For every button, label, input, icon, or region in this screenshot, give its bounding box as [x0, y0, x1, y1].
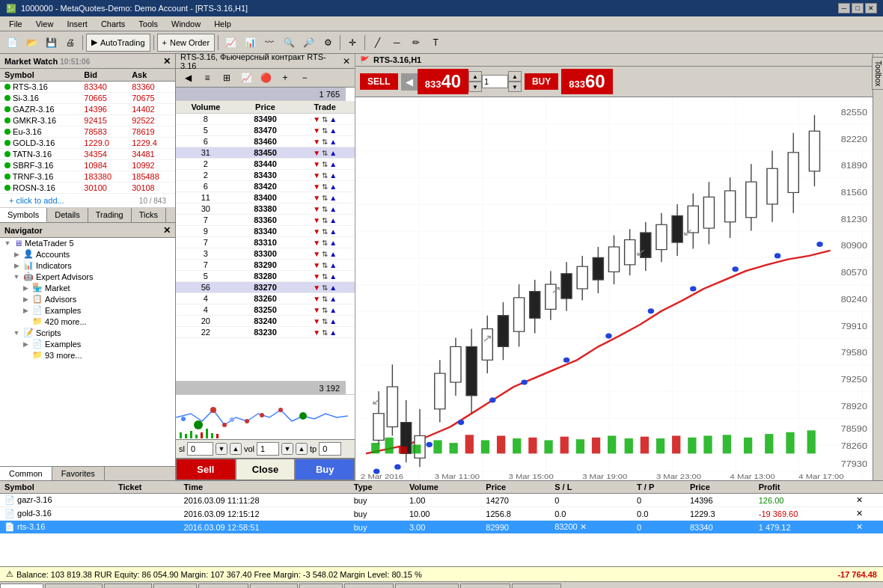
toolbar-crosshair[interactable]: ✛	[343, 34, 361, 52]
toolbar-zoom-in[interactable]: 🔍	[280, 34, 298, 52]
tree-examples-ea[interactable]: ▶ 📄 Examples	[0, 304, 175, 316]
menu-charts[interactable]: Charts	[95, 18, 131, 30]
window-controls[interactable]: ─ □ ✕	[838, 3, 877, 13]
dom-row[interactable]: 8 83490 ▼ ⇅ ▲	[176, 114, 355, 125]
dom-buy-arrow[interactable]: ▲	[329, 250, 337, 258]
menu-window[interactable]: Window	[165, 18, 207, 30]
market-watch-row[interactable]: RTS-3.16 83340 83360	[0, 82, 175, 93]
dom-sell-arrow[interactable]: ▼	[313, 194, 320, 202]
tree-indicators[interactable]: ▶ 📊 Indicators	[0, 260, 175, 271]
close-button[interactable]: ✕	[865, 3, 877, 13]
dom-row[interactable]: 9 83340 ▼ ⇅ ▲	[176, 226, 355, 237]
dom-sell-arrow[interactable]: ▼	[313, 171, 320, 180]
dom-sell-arrow[interactable]: ▼	[313, 149, 320, 157]
dom-row[interactable]: 56 83270 ▼ ⇅ ▲	[176, 282, 355, 293]
sell-button[interactable]: Sell	[176, 459, 236, 480]
close-button[interactable]: Close	[236, 459, 296, 480]
sell-lot-down-btn[interactable]: ▼	[508, 82, 522, 92]
dom-btn2[interactable]: ≡	[198, 70, 216, 85]
vol-input[interactable]	[257, 442, 279, 456]
dom-sell-arrow[interactable]: ▼	[313, 261, 320, 269]
autotrading-button[interactable]: ▶ AutoTrading	[86, 34, 150, 52]
toolbar-properties[interactable]: ⚙	[319, 34, 337, 52]
dom-sell-arrow[interactable]: ▼	[313, 306, 320, 314]
tree-accounts[interactable]: ▶ 👤 Accounts	[0, 248, 175, 260]
bottom-tab-alerts[interactable]: Alerts	[299, 584, 343, 588]
menu-insert[interactable]: Insert	[61, 18, 94, 30]
dom-btn5[interactable]: 🔴	[257, 70, 275, 85]
chart-buy-button[interactable]: BUY	[525, 73, 558, 90]
toolbar-line[interactable]: ╱	[368, 34, 386, 52]
dom-buy-arrow[interactable]: ▲	[329, 205, 337, 213]
dom-sell-arrow[interactable]: ▼	[313, 295, 320, 303]
dom-buy-arrow[interactable]: ▲	[329, 138, 337, 146]
market-watch-close[interactable]: ✕	[163, 56, 171, 67]
dom-buy-arrow[interactable]: ▲	[329, 183, 337, 191]
dom-sell-arrow[interactable]: ▼	[313, 205, 320, 213]
toolbox-tab[interactable]: Toolbox	[872, 57, 883, 90]
dom-row[interactable]: 6 83460 ▼ ⇅ ▲	[176, 136, 355, 147]
tab-symbols[interactable]: Symbols	[0, 208, 47, 222]
dom-row[interactable]: 7 83360 ▼ ⇅ ▲	[176, 215, 355, 226]
dom-buy-arrow[interactable]: ▲	[329, 194, 337, 202]
dom-buy-arrow[interactable]: ▲	[329, 171, 337, 180]
tab-details[interactable]: Details	[47, 208, 88, 222]
dom-buy-arrow[interactable]: ▲	[329, 227, 337, 236]
dom-sell-arrow[interactable]: ▼	[313, 317, 320, 325]
dom-row[interactable]: 5 83280 ▼ ⇅ ▲	[176, 271, 355, 282]
dom-buy-arrow[interactable]: ▲	[329, 272, 337, 281]
dom-row[interactable]: 7 83310 ▼ ⇅ ▲	[176, 237, 355, 248]
buy-button[interactable]: Buy	[295, 459, 355, 480]
dom-btn3[interactable]: ⊞	[218, 70, 236, 85]
dom-row[interactable]: 7 83290 ▼ ⇅ ▲	[176, 260, 355, 271]
toolbar-pen[interactable]: ✏	[407, 34, 425, 52]
market-watch-row[interactable]: ROSN-3.16 30100 30108	[0, 183, 175, 194]
dom-row[interactable]: 6 83420 ▼ ⇅ ▲	[176, 181, 355, 192]
tree-expert-advisors[interactable]: ▼ 🤖 Expert Advisors	[0, 271, 175, 282]
toolbar-chart2[interactable]: 📊	[241, 34, 259, 52]
dom-row[interactable]: 4 83250 ▼ ⇅ ▲	[176, 304, 355, 316]
dom-row[interactable]: 31 83450 ▼ ⇅ ▲	[176, 147, 355, 159]
market-watch-row[interactable]: GAZR-3.16 14396 14402	[0, 104, 175, 115]
dom-row[interactable]: 2 83430 ▼ ⇅ ▲	[176, 170, 355, 181]
bottom-tab-market[interactable]: Market	[250, 584, 298, 588]
dom-buy-arrow[interactable]: ▲	[329, 328, 337, 337]
dom-close[interactable]: ✕	[343, 56, 350, 67]
toolbar-zoom-out[interactable]: 🔎	[299, 34, 317, 52]
tp-input[interactable]	[319, 442, 341, 456]
positions-row[interactable]: 📄 gazr-3.16 2016.03.09 11:11:28 buy 1.00…	[0, 494, 883, 507]
sell-lot-up-btn[interactable]: ▲	[508, 71, 522, 82]
dom-btn4[interactable]: 📈	[237, 70, 255, 85]
market-watch-row[interactable]: SBRF-3.16 10984 10992	[0, 160, 175, 171]
market-watch-row[interactable]: Si-3.16 70665 70675	[0, 93, 175, 104]
sl-up-btn[interactable]: ▲	[230, 443, 242, 455]
dom-sell-arrow[interactable]: ▼	[313, 328, 320, 337]
tree-examples-scripts[interactable]: ▶ 📄 Examples	[0, 338, 175, 349]
dom-sell-arrow[interactable]: ▼	[313, 284, 320, 292]
dom-sell-arrow[interactable]: ▼	[313, 160, 320, 168]
dom-buy-arrow[interactable]: ▲	[329, 160, 337, 168]
bottom-tab-news[interactable]: News	[153, 584, 197, 588]
toolbar-text[interactable]: T	[427, 34, 444, 52]
tree-advisors[interactable]: ▶ 📋 Advisors	[0, 293, 175, 304]
dom-sell-arrow[interactable]: ▼	[313, 115, 320, 123]
menu-file[interactable]: File	[3, 18, 28, 30]
new-order-button[interactable]: + New Order	[157, 34, 216, 52]
toolbar-print[interactable]: 🖨	[61, 34, 79, 52]
market-watch-row[interactable]: TATN-3.16 34354 34481	[0, 149, 175, 160]
tab-trading[interactable]: Trading	[88, 208, 132, 222]
bottom-tab-codebase[interactable]: Code Base	[395, 584, 458, 588]
toolbar-new[interactable]: 📄	[3, 34, 21, 52]
dom-row[interactable]: 5 83470 ▼ ⇅ ▲	[176, 125, 355, 136]
sell-down-btn[interactable]: ◀	[401, 73, 418, 91]
nav-tab-common[interactable]: Common	[0, 467, 52, 480]
sl-down-btn[interactable]: ▼	[216, 443, 227, 455]
dom-row[interactable]: 30 83380 ▼ ⇅ ▲	[176, 203, 355, 215]
dom-buy-arrow[interactable]: ▲	[329, 126, 337, 135]
vol-down-btn[interactable]: ▼	[281, 443, 293, 455]
dom-buy-arrow[interactable]: ▲	[329, 216, 337, 224]
dom-sell-arrow[interactable]: ▼	[313, 250, 320, 258]
dom-row[interactable]: 11 83400 ▼ ⇅ ▲	[176, 192, 355, 203]
bottom-tab-signals[interactable]: Signals	[344, 584, 394, 588]
toolbar-chart1[interactable]: 📈	[221, 34, 239, 52]
